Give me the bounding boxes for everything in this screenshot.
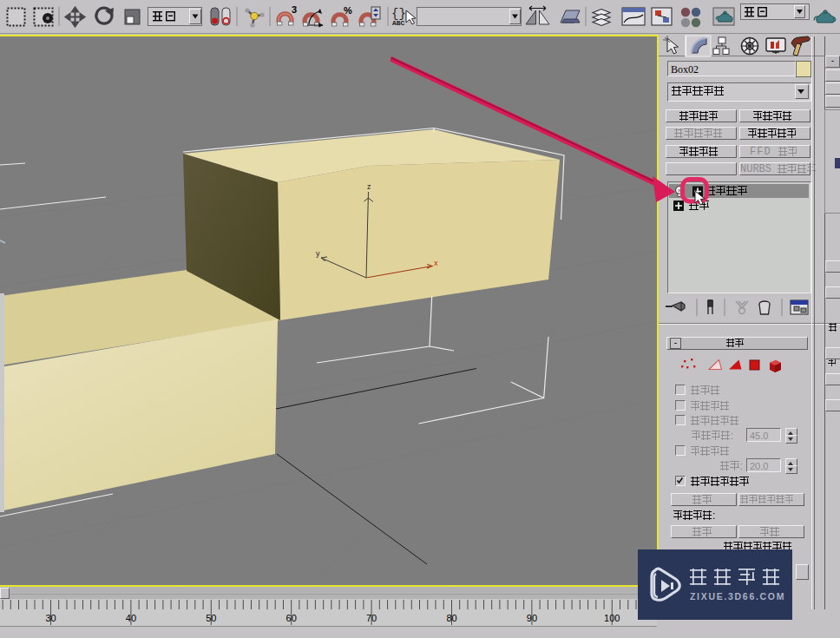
svg-text:3: 3 [292, 4, 297, 15]
svg-text:y: y [316, 249, 320, 258]
svg-text:90: 90 [527, 613, 537, 623]
svg-text:80: 80 [446, 613, 456, 623]
svg-text:x: x [434, 259, 438, 267]
svg-text:70: 70 [366, 613, 377, 623]
svg-text:60: 60 [286, 613, 297, 623]
svg-text:30: 30 [45, 613, 56, 623]
svg-text:50: 50 [206, 613, 216, 623]
svg-text:z: z [367, 182, 371, 191]
svg-text:40: 40 [126, 613, 136, 623]
svg-text:%: % [344, 5, 352, 16]
svg-text:100: 100 [604, 613, 620, 623]
svg-text:ABC: ABC [392, 19, 405, 27]
